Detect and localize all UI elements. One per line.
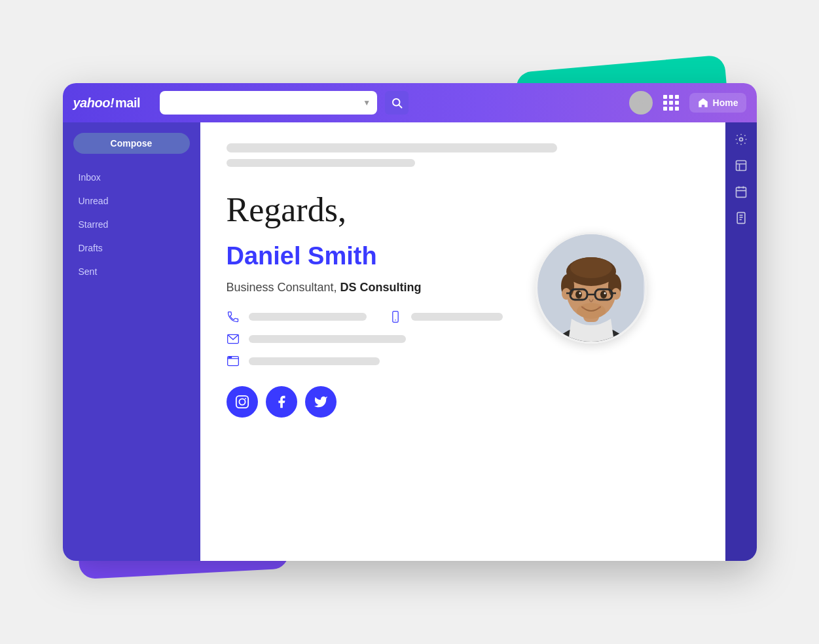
apps-icon[interactable] (661, 92, 682, 113)
svg-point-34 (598, 306, 600, 309)
email-icon (227, 332, 240, 346)
home-label: Home (713, 98, 738, 108)
home-icon (697, 97, 709, 109)
svg-point-9 (230, 357, 231, 358)
sidebar: Compose Inbox Unread Starred Drafts Sent (63, 122, 200, 561)
contacts-icon-btn[interactable] (735, 159, 748, 172)
email-from-line (227, 159, 416, 167)
sidebar-item-starred[interactable]: Starred (63, 214, 200, 235)
website-line (249, 357, 380, 365)
calendar-icon-btn[interactable] (735, 185, 748, 198)
avatar-icon (634, 96, 648, 110)
svg-point-28 (575, 291, 582, 298)
website-row (227, 355, 699, 368)
svg-point-29 (600, 291, 607, 298)
regards-text: Regards, (227, 193, 699, 227)
svg-point-31 (604, 293, 606, 295)
email-address-line (249, 335, 406, 343)
right-sidebar (725, 122, 757, 561)
website-icon (227, 355, 240, 368)
yahoo-exclaim: ! (110, 96, 114, 110)
svg-point-11 (239, 399, 245, 404)
chevron-down-icon: ▼ (363, 98, 371, 107)
header-avatar[interactable] (629, 91, 653, 115)
sidebar-item-unread[interactable]: Unread (63, 190, 200, 211)
svg-point-2 (638, 98, 643, 103)
email-content: Regards, Daniel Smith Business Consultan… (200, 122, 725, 561)
signature-card: Regards, Daniel Smith Business Consultan… (227, 193, 699, 418)
sender-title-prefix: Business Consultant, (227, 281, 340, 294)
email-header-lines (227, 143, 699, 167)
search-button[interactable] (385, 91, 409, 115)
sidebar-item-drafts[interactable]: Drafts (63, 238, 200, 259)
mobile-line (411, 313, 503, 321)
svg-point-30 (579, 293, 581, 295)
sidebar-item-sent[interactable]: Sent (63, 261, 200, 282)
settings-icon-btn[interactable] (735, 133, 748, 146)
facebook-icon (274, 395, 289, 409)
yahoo-word: yahoo (73, 96, 110, 110)
svg-point-20 (570, 257, 612, 278)
svg-point-8 (228, 357, 230, 358)
search-input[interactable] (166, 98, 358, 108)
svg-point-12 (245, 398, 246, 399)
svg-point-35 (739, 138, 742, 141)
mobile-icon (389, 310, 402, 323)
sender-avatar (536, 232, 647, 344)
facebook-button[interactable] (266, 386, 297, 418)
email-subject-line (227, 143, 557, 152)
svg-rect-39 (736, 187, 746, 197)
browser-window: yahoo! mail ▼ (63, 83, 757, 561)
twitter-button[interactable] (305, 386, 337, 418)
person-illustration (539, 234, 644, 342)
yahoo-logo: yahoo! mail (73, 96, 152, 111)
svg-rect-3 (392, 311, 397, 322)
svg-point-33 (582, 306, 585, 309)
compose-button[interactable]: Compose (73, 133, 190, 154)
social-icons (227, 386, 699, 418)
search-bar: ▼ (160, 91, 378, 115)
svg-rect-10 (236, 396, 247, 408)
svg-line-1 (399, 105, 401, 107)
browser-header: yahoo! mail ▼ (63, 83, 757, 122)
scene: yahoo! mail ▼ (50, 44, 770, 600)
search-icon (391, 97, 403, 109)
email-row (227, 332, 699, 346)
phone-line (249, 313, 367, 321)
phone-icon (227, 310, 240, 323)
sidebar-item-inbox[interactable]: Inbox (63, 167, 200, 188)
svg-rect-36 (736, 161, 746, 171)
notes-icon-btn[interactable] (735, 211, 748, 224)
home-button[interactable]: Home (689, 93, 746, 113)
mail-text: mail (115, 96, 140, 111)
yahoo-text: yahoo! (73, 96, 115, 111)
browser-body: Compose Inbox Unread Starred Drafts Sent (63, 122, 757, 561)
instagram-button[interactable] (227, 386, 258, 418)
sender-company: DS Consulting (340, 281, 422, 294)
svg-point-32 (577, 303, 606, 319)
instagram-icon (235, 395, 249, 409)
twitter-icon (314, 395, 328, 409)
